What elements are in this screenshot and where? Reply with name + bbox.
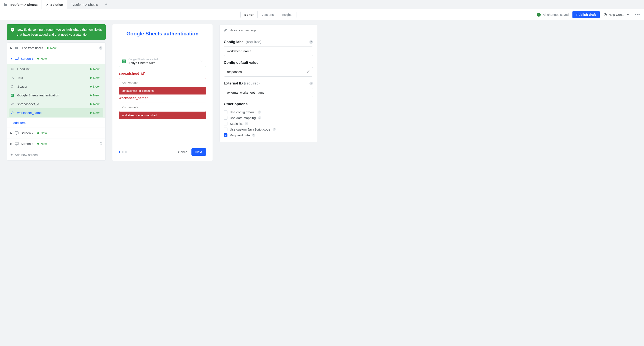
- default-value-input[interactable]: [224, 67, 313, 77]
- mode-switcher: Editor Versions Insights: [240, 11, 297, 18]
- checkbox[interactable]: [224, 116, 228, 120]
- hide-from-users-row[interactable]: ▶ Hide from users New ?: [7, 43, 106, 53]
- next-button[interactable]: Next: [192, 148, 206, 156]
- hide-label: Hide from users: [20, 46, 43, 50]
- checkbox[interactable]: ✓: [224, 133, 228, 137]
- dot-icon: [90, 77, 92, 79]
- checkbox[interactable]: [224, 128, 228, 131]
- help-icon[interactable]: ?: [258, 116, 261, 119]
- opt-label: Use custom JavaScript code: [230, 128, 270, 131]
- opt-required-data[interactable]: ✓ Required data ?: [224, 132, 313, 138]
- left-panel: ✓ New fields coming through! We've highl…: [7, 24, 106, 161]
- chevron-right-icon: ▶: [10, 132, 12, 135]
- help-icon[interactable]: ?: [258, 110, 261, 114]
- banner-text: New fields coming through! We've highlig…: [17, 27, 102, 37]
- step-dot: [119, 151, 120, 153]
- more-menu-button[interactable]: •••: [633, 12, 642, 17]
- opt-data-mapping[interactable]: Use data mapping ?: [224, 115, 313, 121]
- help-icon[interactable]: ?: [99, 46, 102, 50]
- tab-folder[interactable]: Typeform > Sheets: [0, 0, 42, 9]
- chevron-right-icon: ▶: [10, 47, 12, 50]
- item-headline[interactable]: H1 Headline New: [9, 65, 103, 73]
- item-gsheets-auth[interactable]: Google Sheets authentication New: [9, 91, 103, 100]
- checkbox[interactable]: [224, 110, 228, 114]
- field-label: Google Sheets authentication: [17, 93, 59, 97]
- screens-card: ▶ Hide from users New ? ▼ Screen 1 New: [7, 43, 106, 161]
- tab-solution[interactable]: Solution: [42, 0, 67, 9]
- item-spreadsheet-id[interactable]: spreadsheet_id New: [9, 100, 103, 108]
- dot-icon: [90, 112, 92, 114]
- chevron-down-icon: [200, 61, 203, 62]
- settings-card: Advanced settings Config label (required…: [219, 24, 317, 142]
- screen-3-row[interactable]: ▶ Screen 3 New: [7, 138, 106, 149]
- mode-versions[interactable]: Versions: [258, 11, 278, 18]
- help-icon[interactable]: ?: [252, 133, 255, 137]
- save-status-label: All changes saved: [543, 13, 569, 17]
- screen-label: Screen 3: [21, 142, 34, 145]
- sheets-icon: [11, 94, 15, 97]
- preview-card: Google Sheets authentication Google Shee…: [112, 24, 212, 161]
- opt-label: Use data mapping: [230, 116, 256, 120]
- new-badge: New: [47, 46, 56, 50]
- help-icon[interactable]: ?: [245, 122, 248, 125]
- add-tab-button[interactable]: +: [102, 0, 110, 9]
- sheets-icon: [122, 60, 126, 63]
- monitor-icon: [15, 142, 18, 145]
- opt-config-default[interactable]: Use config default ?: [224, 109, 313, 115]
- dot-icon: [90, 86, 92, 87]
- worksheet-name-label: worksheet_name*: [119, 96, 206, 100]
- dot-icon: [37, 58, 39, 60]
- settings-panel: Advanced settings Config label (required…: [219, 24, 317, 142]
- dot-icon: [90, 103, 92, 105]
- mode-editor[interactable]: Editor: [241, 11, 258, 18]
- tabs-bar: Typeform > Sheets Solution Typeform > Sh…: [0, 0, 644, 9]
- help-icon[interactable]: ?: [310, 40, 313, 44]
- help-icon[interactable]: ?: [310, 82, 313, 85]
- check-icon: ✓: [11, 28, 14, 32]
- new-badge: New: [37, 142, 47, 145]
- external-id-input[interactable]: [224, 88, 313, 97]
- help-icon[interactable]: ?: [272, 128, 276, 131]
- toolbar: Editor Versions Insights ✓ All changes s…: [0, 9, 644, 20]
- spreadsheet-id-label: spreadsheet_id*: [119, 72, 206, 76]
- field-label: Text: [17, 76, 23, 80]
- add-item-button[interactable]: Add item: [7, 118, 106, 128]
- monitor-icon: [15, 57, 18, 60]
- spacer-icon: [11, 85, 15, 88]
- item-worksheet-name[interactable]: worksheet_name New: [9, 108, 103, 117]
- mode-insights[interactable]: Insights: [278, 11, 296, 18]
- new-badge: New: [90, 85, 100, 88]
- item-spacer[interactable]: Spacer New: [9, 82, 103, 91]
- opt-label: Required data: [230, 133, 250, 137]
- connection-dropdown[interactable]: Google Sheets connected Aditya Sheets Au…: [119, 56, 206, 67]
- config-label-input[interactable]: [224, 46, 313, 56]
- svg-rect-7: [15, 142, 18, 145]
- step-dot: [122, 151, 124, 153]
- opt-static-list[interactable]: Static list ?: [224, 121, 313, 126]
- add-screen-button[interactable]: + Add new screen: [7, 149, 106, 160]
- new-badge: New: [90, 111, 100, 115]
- help-center-label: Help Center: [608, 13, 626, 17]
- other-options-title: Other options: [224, 102, 313, 106]
- trash-icon[interactable]: [100, 142, 102, 145]
- eye-off-icon: [15, 46, 18, 50]
- screen-1-row[interactable]: ▼ Screen 1 New: [7, 53, 106, 64]
- spreadsheet-id-input[interactable]: [119, 78, 206, 87]
- tab-inactive[interactable]: Typeform > Sheets: [67, 0, 102, 9]
- screen-label: Screen 1: [21, 57, 34, 60]
- default-value-title: Config default value: [224, 61, 313, 65]
- field-label: worksheet_name: [17, 111, 42, 115]
- edit-icon[interactable]: [307, 70, 310, 73]
- checkbox[interactable]: [224, 122, 228, 125]
- preview-panel: Google Sheets authentication Google Shee…: [112, 24, 212, 161]
- cancel-button[interactable]: Cancel: [178, 150, 188, 154]
- help-center-button[interactable]: Help Center: [604, 13, 629, 17]
- item-text[interactable]: A Text New: [9, 73, 103, 82]
- publish-button[interactable]: Publish draft: [572, 11, 600, 18]
- worksheet-name-input[interactable]: [119, 103, 206, 112]
- save-status: ✓ All changes saved: [537, 13, 569, 17]
- screen-2-row[interactable]: ▶ Screen 2 New: [7, 128, 106, 138]
- opt-custom-js[interactable]: Use custom JavaScript code ?: [224, 126, 313, 132]
- new-fields-banner: ✓ New fields coming through! We've highl…: [7, 24, 106, 40]
- toolbar-right: ✓ All changes saved Publish draft Help C…: [537, 11, 642, 18]
